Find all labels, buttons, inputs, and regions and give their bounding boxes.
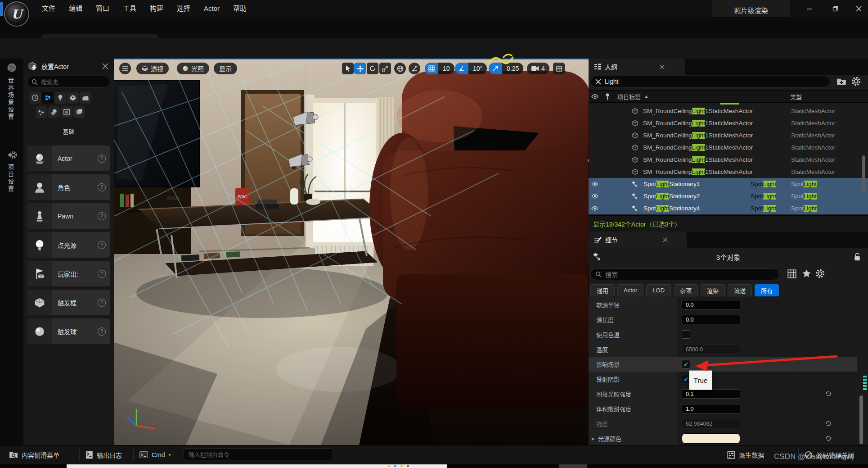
eye-icon[interactable]: [591, 194, 598, 199]
outliner-search-input[interactable]: Light: [590, 76, 830, 87]
minimize-button[interactable]: [804, 4, 814, 14]
reset-to-default-icon[interactable]: [825, 436, 832, 441]
clear-search-icon[interactable]: [595, 79, 601, 85]
output-log-button[interactable]: 输出日志: [85, 449, 122, 461]
outliner-column-header[interactable]: 项目标签 ▲ 类型: [589, 90, 868, 103]
outliner-row[interactable]: SM_RoundCeilingLight1StaticMeshActorStat…: [589, 166, 868, 178]
light-color-swatch[interactable]: [682, 433, 740, 444]
value-input[interactable]: 0.0: [682, 300, 740, 309]
menu-文件[interactable]: 文件: [35, 0, 62, 17]
place-item-玩家出:[interactable]: 玩家出:?: [27, 261, 110, 286]
outliner-tab[interactable]: 大纲: [589, 59, 685, 75]
project-settings-tab[interactable]: 项目设置: [6, 164, 15, 193]
close-window-button[interactable]: [853, 4, 864, 14]
maximize-button[interactable]: [830, 4, 841, 14]
category-geometry-icon[interactable]: [48, 106, 60, 118]
camera-speed-control[interactable]: 4: [527, 63, 549, 74]
place-item-触发球'[interactable]: 触发球'?: [27, 318, 110, 344]
favorites-star-icon[interactable]: [802, 269, 811, 278]
filter-chip-Actor[interactable]: Actor: [617, 284, 643, 296]
filter-chip-渲染[interactable]: 渲染: [701, 284, 725, 296]
derived-data-button[interactable]: 派生数据: [727, 449, 764, 461]
place-search-input[interactable]: 搜索类: [27, 76, 110, 88]
scale-snap-control[interactable]: 0.25: [489, 63, 523, 74]
details-settings-icon[interactable]: [815, 269, 825, 278]
details-tab[interactable]: 细节: [589, 232, 687, 248]
value-checkbox[interactable]: ✓: [682, 360, 690, 368]
outliner-row[interactable]: SM_RoundCeilingLight1StaticMeshActorStat…: [589, 141, 868, 154]
level-viewport[interactable]: EPIC: [114, 59, 589, 445]
place-item-点光源[interactable]: 点光源?: [27, 232, 110, 258]
grid-snap-control[interactable]: 10: [425, 63, 454, 74]
value-input[interactable]: 1.0: [682, 404, 740, 413]
eye-icon[interactable]: [591, 182, 598, 186]
category-effects-icon[interactable]: [36, 106, 47, 118]
menu-帮助[interactable]: 帮助: [226, 0, 253, 17]
outliner-settings-icon[interactable]: [851, 77, 861, 86]
outliner-row[interactable]: SM_RoundCeilingLight1StaticMeshActorStat…: [589, 117, 868, 129]
outliner-row-selected[interactable]: SpotLightStationary4SpotLightSpotLight: [589, 202, 868, 214]
move-tool-button[interactable]: [354, 63, 366, 74]
close-icon[interactable]: [660, 64, 665, 69]
content-drawer-button[interactable]: 内容侧滑菜单: [9, 449, 59, 461]
perspective-dropdown[interactable]: 透视: [136, 63, 169, 74]
category-clock-icon[interactable]: [29, 92, 41, 104]
outliner-row[interactable]: SM_RoundCeilingLight1StaticMeshActorStat…: [589, 129, 868, 141]
world-settings-icon[interactable]: [6, 62, 17, 73]
filter-chip-通用[interactable]: 通用: [590, 284, 615, 296]
rotation-snap-control[interactable]: 10°: [455, 63, 487, 74]
menu-工具[interactable]: 工具: [116, 0, 143, 17]
place-item-触发框[interactable]: 触发框?: [27, 290, 110, 315]
category-lights-icon[interactable]: [54, 92, 66, 104]
outliner-row[interactable]: SM_RoundCeilingLight1StaticMeshActorStat…: [589, 105, 868, 117]
viewport-options-button[interactable]: [119, 63, 131, 74]
world-settings-tab[interactable]: 世界场景设置: [6, 77, 15, 121]
menu-构建[interactable]: 构建: [143, 0, 170, 17]
details-search-input[interactable]: 搜索: [590, 268, 779, 280]
unreal-logo-icon[interactable]: U: [4, 1, 29, 27]
outliner-row-selected[interactable]: SpotLightStationary2SpotLightSpotLight: [589, 190, 868, 202]
menu-编辑[interactable]: 编辑: [62, 0, 89, 17]
property-matrix-icon[interactable]: [787, 269, 796, 278]
details-scrollbar[interactable]: [859, 395, 863, 444]
filter-chip-杂项[interactable]: 杂项: [674, 284, 698, 296]
filter-chip-流送[interactable]: 流送: [728, 284, 752, 296]
rotate-tool-button[interactable]: [367, 63, 378, 74]
value-input[interactable]: 0.0: [682, 315, 740, 324]
reset-to-default-icon[interactable]: [825, 391, 832, 397]
close-icon[interactable]: [102, 63, 108, 69]
filter-chip-所有[interactable]: 所有: [755, 284, 779, 296]
expander-icon[interactable]: ▶: [592, 436, 595, 441]
category-volumes-icon[interactable]: [61, 106, 72, 118]
category-shapes-icon[interactable]: [67, 92, 79, 104]
menu-选择[interactable]: 选择: [170, 0, 197, 17]
place-item-角色[interactable]: 角色?: [27, 174, 110, 200]
reset-to-default-icon[interactable]: [825, 421, 832, 427]
surface-snap-button[interactable]: [409, 63, 420, 74]
outliner-row-selected[interactable]: SpotLightStationary1SpotLightSpotLight: [589, 178, 868, 190]
console-command-input[interactable]: 输入控制台命令: [184, 448, 333, 460]
lock-open-icon[interactable]: [854, 253, 861, 261]
value-input[interactable]: 0.1: [682, 389, 740, 399]
place-item-Actor[interactable]: Actor?: [27, 145, 110, 171]
value-checkbox[interactable]: [682, 330, 690, 339]
category-cinematic-icon[interactable]: [80, 92, 91, 104]
cmd-dropdown[interactable]: Cmd ▾: [139, 449, 171, 461]
select-tool-button[interactable]: [342, 63, 354, 74]
view-mode-dropdown[interactable]: 光照: [177, 63, 209, 74]
scale-tool-button[interactable]: [379, 63, 391, 74]
menu-窗口[interactable]: 窗口: [89, 0, 116, 17]
project-settings-icon[interactable]: [6, 150, 17, 160]
category-basic-icon[interactable]: [42, 92, 54, 104]
eye-icon[interactable]: [591, 206, 598, 211]
world-local-toggle[interactable]: [394, 63, 406, 74]
category-all-icon[interactable]: [73, 106, 85, 118]
close-icon[interactable]: [663, 237, 668, 242]
create-folder-icon[interactable]: [837, 77, 846, 86]
maximize-viewport-button[interactable]: [553, 63, 565, 74]
outliner-scrollbar[interactable]: [862, 155, 865, 191]
show-dropdown[interactable]: 显示: [214, 63, 237, 74]
outliner-row[interactable]: SM_RoundCeilingLight1StaticMeshActorStat…: [589, 154, 868, 166]
filter-chip-LOD[interactable]: LOD: [646, 284, 671, 296]
place-item-Pawn[interactable]: Pawn?: [27, 203, 110, 229]
